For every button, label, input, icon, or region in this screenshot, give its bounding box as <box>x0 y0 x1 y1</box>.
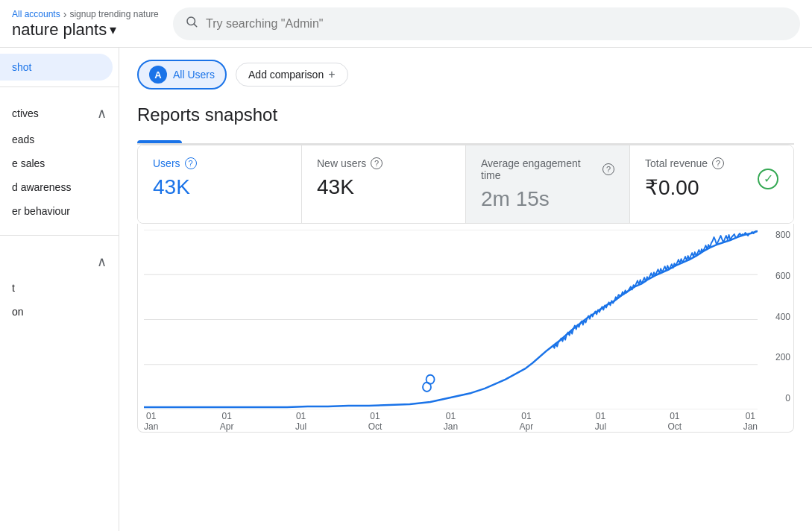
chevron-up-icon-2: ∧ <box>97 254 107 270</box>
filters-row: A All Users Add comparison + <box>137 60 794 89</box>
chart-y-labels: 800 600 400 200 0 <box>764 224 793 409</box>
x-label-jul2: 01 Jul <box>595 411 606 432</box>
y-label-0: 0 <box>764 393 790 403</box>
y-label-600: 600 <box>764 271 790 281</box>
breadcrumb-current: signup trending nature <box>69 9 158 19</box>
metric-label-users: Users ? <box>153 157 286 169</box>
content-area: A All Users Add comparison + Reports sna… <box>119 48 812 531</box>
metric-value-new-users: 43K <box>317 175 450 199</box>
account-dropdown-icon: ▾ <box>110 22 116 38</box>
metric-value-revenue: ₹0.00 <box>645 175 724 200</box>
x-label-jul1: 01 Jul <box>295 411 306 432</box>
sidebar-item-on[interactable]: on <box>0 300 119 324</box>
metric-card-engagement: Average engagement time ? 2m 15s <box>466 145 630 223</box>
sidebar-item-t[interactable]: t <box>0 276 119 300</box>
sidebar-section-2: ∧ t on <box>0 242 119 330</box>
metric-value-users: 43K <box>153 175 286 199</box>
sidebar-item-behaviour[interactable]: er behaviour <box>0 199 119 223</box>
metric-label-revenue: Total revenue ? <box>645 157 724 169</box>
user-pill[interactable]: A All Users <box>137 60 227 89</box>
sidebar-section-objectives: ctives ∧ eads e sales d awareness er beh… <box>0 93 119 229</box>
chevron-up-icon: ∧ <box>97 105 107 122</box>
sidebar-section-label: ctives <box>12 107 39 119</box>
sidebar-divider-2 <box>0 235 119 236</box>
info-icon-users[interactable]: ? <box>185 157 197 169</box>
sidebar-section-header-2[interactable]: ∧ <box>0 248 119 276</box>
y-label-200: 200 <box>764 352 790 362</box>
metric-card-users: Users ? 43K <box>138 145 302 223</box>
sidebar-item-sales[interactable]: e sales <box>0 151 119 175</box>
chart-svg-wrap <box>144 230 758 409</box>
avatar: A <box>149 66 167 84</box>
tab-active-indicator[interactable] <box>137 140 182 143</box>
x-label-apr1: 01 Apr <box>220 411 234 432</box>
chart-area: 800 600 400 200 0 01 Jan 01 Apr 01 Jul <box>137 224 794 433</box>
search-input[interactable] <box>206 17 788 31</box>
metrics-row: Users ? 43K New users ? 43K Average enga… <box>137 145 794 224</box>
info-icon-engagement[interactable]: ? <box>602 163 614 175</box>
sidebar-divider-1 <box>0 87 119 87</box>
y-label-400: 400 <box>764 312 790 322</box>
check-icon: ✓ <box>758 169 778 189</box>
x-label-jan1: 01 Jan <box>144 411 158 432</box>
metric-card-revenue: Total revenue ? ₹0.00 ✓ <box>630 145 793 223</box>
sidebar-item-snapshot[interactable]: shot <box>0 54 113 81</box>
breadcrumb: All accounts › signup trending nature <box>12 8 161 20</box>
metric-label-engagement: Average engagement time ? <box>481 157 614 181</box>
all-users-label: All Users <box>173 69 215 81</box>
sidebar-section-header-ctives[interactable]: ctives ∧ <box>0 99 119 128</box>
x-label-jan3: 01 Jan <box>743 411 758 432</box>
metric-revenue-row: Total revenue ? ₹0.00 ✓ <box>645 157 778 200</box>
breadcrumb-separator: › <box>63 8 67 20</box>
info-icon-new-users[interactable]: ? <box>371 157 383 169</box>
search-bar[interactable] <box>173 7 800 40</box>
plus-icon: + <box>328 68 335 81</box>
breadcrumb-area: All accounts › signup trending nature na… <box>12 8 161 40</box>
x-label-oct1: 01 Oct <box>368 411 383 432</box>
sidebar: shot ctives ∧ eads e sales d awareness e… <box>0 48 119 531</box>
svg-point-8 <box>423 383 431 392</box>
search-icon <box>185 15 198 32</box>
all-accounts-link[interactable]: All accounts <box>12 9 60 19</box>
chart-svg <box>144 230 758 409</box>
sidebar-item-leads[interactable]: eads <box>0 128 119 151</box>
x-label-jan2: 01 Jan <box>444 411 458 432</box>
metric-value-engagement: 2m 15s <box>481 187 614 211</box>
x-label-apr2: 01 Apr <box>520 411 534 432</box>
main-layout: shot ctives ∧ eads e sales d awareness e… <box>0 48 812 531</box>
add-comparison-button[interactable]: Add comparison + <box>236 63 348 87</box>
page-title: Reports snapshot <box>137 104 794 125</box>
y-label-800: 800 <box>764 230 790 240</box>
sidebar-item-awareness[interactable]: d awareness <box>0 175 119 199</box>
chart-x-labels: 01 Jan 01 Apr 01 Jul 01 Oct 01 Jan <box>144 411 758 432</box>
metric-label-new-users: New users ? <box>317 157 450 169</box>
add-comparison-label: Add comparison <box>248 69 324 81</box>
svg-line-1 <box>194 24 196 26</box>
info-icon-revenue[interactable]: ? <box>712 157 724 169</box>
account-name[interactable]: nature plants ▾ <box>12 20 161 40</box>
metric-card-new-users: New users ? 43K <box>302 145 466 223</box>
header: All accounts › signup trending nature na… <box>0 0 812 48</box>
x-label-oct2: 01 Oct <box>668 411 682 432</box>
